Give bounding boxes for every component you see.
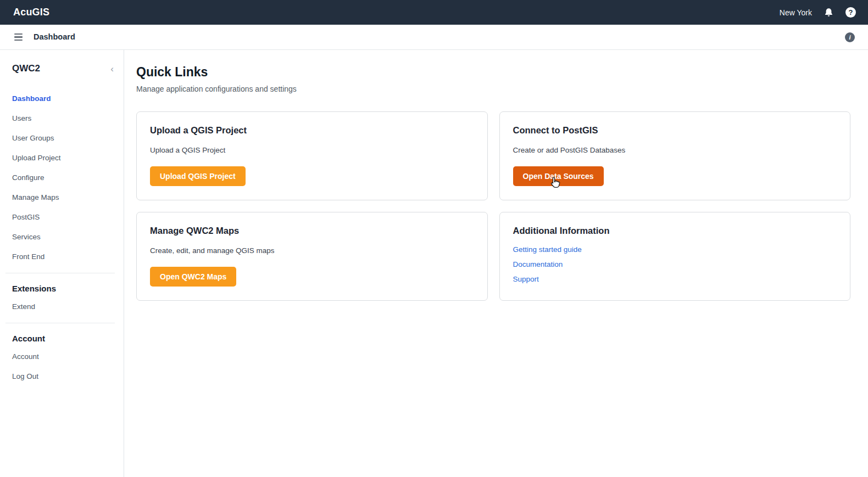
card-connect-to-postgis: Connect to PostGIS Create or add PostGIS…: [499, 111, 851, 200]
open-data-sources-button[interactable]: Open Data Sources: [513, 166, 604, 186]
getting-started-guide-link[interactable]: Getting started guide: [513, 245, 582, 254]
help-icon[interactable]: ?: [845, 7, 856, 18]
sidebar-item-front-end[interactable]: Front End: [12, 246, 116, 266]
page-title: Quick Links: [136, 65, 850, 80]
region-label: New York: [780, 8, 812, 17]
sidebar-divider: [5, 323, 115, 323]
card-title: Manage QWC2 Maps: [150, 226, 474, 236]
card-title: Connect to PostGIS: [513, 125, 837, 136]
sidebar-item-upload-project[interactable]: Upload Project: [12, 148, 116, 167]
sidebar-item-log-out[interactable]: Log Out: [12, 366, 116, 386]
menu-toggle-icon[interactable]: [13, 31, 24, 43]
sidebar-title: QWC2: [12, 63, 40, 74]
sidebar-item-services[interactable]: Services: [12, 227, 116, 246]
documentation-link[interactable]: Documentation: [513, 260, 563, 268]
upload-qgis-project-button[interactable]: Upload QGIS Project: [150, 166, 246, 186]
sidebar-item-users[interactable]: Users: [12, 108, 116, 128]
info-icon[interactable]: i: [845, 32, 855, 42]
notifications-bell-icon[interactable]: [824, 8, 833, 18]
secondary-toolbar: Dashboard i: [0, 25, 868, 50]
open-qwc2-maps-button[interactable]: Open QWC2 Maps: [150, 267, 236, 287]
support-link[interactable]: Support: [513, 275, 539, 283]
card-upload-qgis-project: Upload a QGIS Project Upload a QGIS Proj…: [136, 111, 488, 200]
sidebar-item-configure[interactable]: Configure: [12, 167, 116, 187]
sidebar-item-account[interactable]: Account: [12, 346, 116, 366]
card-additional-information: Additional Information Getting started g…: [499, 212, 851, 301]
app-logo: AcuGIS: [13, 7, 49, 18]
sidebar-divider: [5, 273, 115, 273]
sidebar: QWC2 ‹ Dashboard Users User Groups Uploa…: [0, 50, 124, 477]
sidebar-nav: Dashboard Users User Groups Upload Proje…: [12, 88, 116, 386]
sidebar-item-manage-maps[interactable]: Manage Maps: [12, 187, 116, 207]
sidebar-item-extend[interactable]: Extend: [12, 296, 116, 316]
page-subtitle: Manage application configurations and se…: [136, 85, 850, 93]
sidebar-item-dashboard[interactable]: Dashboard: [12, 88, 116, 108]
chevron-left-icon[interactable]: ‹: [108, 64, 116, 74]
card-manage-qwc2-maps: Manage QWC2 Maps Create, edit, and manag…: [136, 212, 488, 301]
breadcrumb[interactable]: Dashboard: [34, 32, 75, 41]
card-title: Upload a QGIS Project: [150, 125, 474, 136]
sidebar-heading-extensions: Extensions: [12, 279, 116, 296]
main-content: Quick Links Manage application configura…: [124, 50, 868, 477]
card-description: Create, edit, and manage QGIS maps: [150, 246, 474, 255]
card-description: Upload a QGIS Project: [150, 146, 474, 154]
card-title: Additional Information: [513, 226, 837, 236]
card-description: Create or add PostGIS Databases: [513, 146, 837, 154]
quick-links-grid: Upload a QGIS Project Upload a QGIS Proj…: [136, 111, 850, 301]
top-navbar: AcuGIS New York ?: [0, 0, 868, 25]
sidebar-heading-account: Account: [12, 329, 116, 346]
sidebar-item-user-groups[interactable]: User Groups: [12, 128, 116, 148]
sidebar-item-postgis[interactable]: PostGIS: [12, 207, 116, 227]
